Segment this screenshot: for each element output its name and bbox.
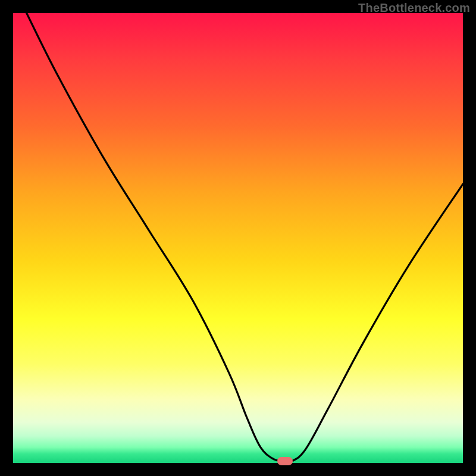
watermark-text: TheBottleneck.com <box>358 1 470 15</box>
plot-area <box>13 13 463 463</box>
optimal-point-marker <box>277 457 293 465</box>
bottleneck-curve <box>13 13 463 463</box>
chart-frame: TheBottleneck.com <box>0 0 476 476</box>
